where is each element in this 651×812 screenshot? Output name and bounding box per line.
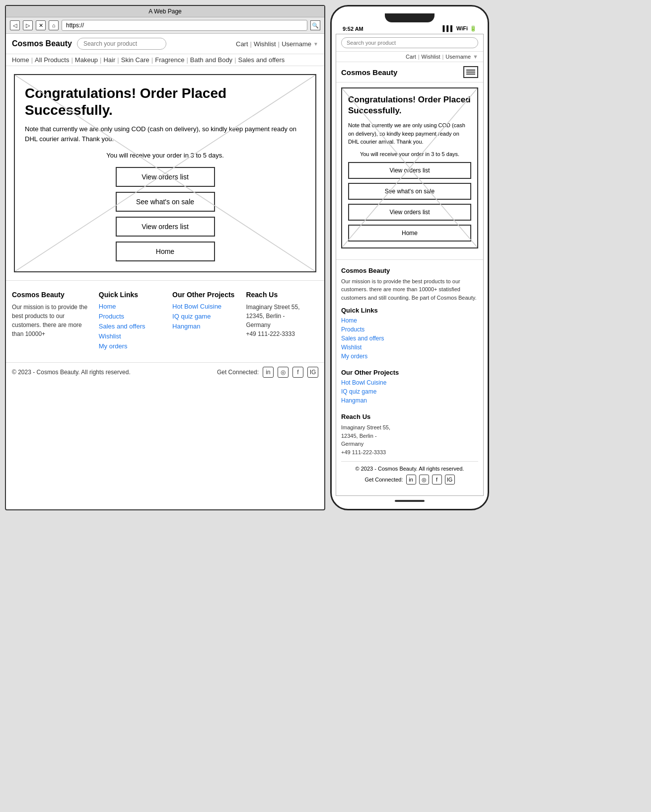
mobile-footer-products[interactable]: Products xyxy=(341,326,478,333)
footer-link-orders[interactable]: My orders xyxy=(99,342,164,350)
site-search-input[interactable] xyxy=(77,38,166,50)
main-content: Congratulations! Order Placed Successful… xyxy=(6,66,324,280)
mobile-footer-projects-title: Our Other Projects xyxy=(341,369,478,376)
mobile-github-icon[interactable]: ◎ xyxy=(419,475,429,485)
mobile-get-connected: Get Connected: xyxy=(364,477,403,483)
site-header-links: Cart | Wishlist | Username ▼ xyxy=(236,40,318,48)
mobile-order-box: Congratulations! Order Placed Successful… xyxy=(341,87,478,248)
nav-hair[interactable]: Hair xyxy=(103,56,115,64)
nav-home[interactable]: Home xyxy=(12,56,29,64)
order-success-box: Congratulations! Order Placed Successful… xyxy=(14,74,316,272)
mobile-dropdown-icon[interactable]: ▼ xyxy=(473,54,478,60)
home-btn[interactable]: Home xyxy=(116,242,215,261)
mobile-view-orders-btn-2[interactable]: View orders list xyxy=(348,204,471,221)
mobile-copyright: © 2023 - Cosmos Beauty. All rights reser… xyxy=(346,466,473,472)
order-note: Note that currently we are only using CO… xyxy=(25,124,305,144)
footer-bottom: © 2023 - Cosmos Beauty. All rights reser… xyxy=(6,362,324,382)
hamburger-menu[interactable] xyxy=(463,66,478,78)
nav-bath-body[interactable]: Bath and Body xyxy=(190,56,232,64)
site-footer: Cosmos Beauty Our mission is to provide … xyxy=(6,280,324,362)
footer-copyright: © 2023 - Cosmos Beauty. All rights reser… xyxy=(12,369,131,376)
mobile-instagram-icon[interactable]: IG xyxy=(445,475,455,485)
cart-link[interactable]: Cart xyxy=(236,40,248,48)
mobile-footer-bottom: © 2023 - Cosmos Beauty. All rights reser… xyxy=(341,461,478,488)
order-title: Congratulations! Order Placed Successful… xyxy=(25,85,305,118)
browser-toolbar: ◁ ▷ ✕ ⌂ 🔍 xyxy=(6,17,324,34)
mobile-footer-wishlist[interactable]: Wishlist xyxy=(341,344,478,351)
mobile-footer-sales[interactable]: Sales and offers xyxy=(341,335,478,342)
mobile-phone: 9:52 AM ▌▌▌ WiFi 🔋 Cart | Wishlist | Use… xyxy=(330,5,489,510)
mobile-footer-iqquiz[interactable]: IQ quiz game xyxy=(341,388,478,395)
footer-projects-col: Our Other Projects Hot Bowl Cuisine IQ q… xyxy=(172,291,238,352)
mobile-footer-home[interactable]: Home xyxy=(341,317,478,324)
username-link[interactable]: Username xyxy=(282,40,311,48)
site-nav: Home | All Products | Makeup | Hair | Sk… xyxy=(6,54,324,66)
mobile-header-links: Cart | Wishlist | Username ▼ xyxy=(336,52,483,62)
mobile-footer-address: Imaginary Street 55,12345, Berlin -Germa… xyxy=(341,423,478,456)
see-sale-btn[interactable]: See what's on sale xyxy=(116,192,215,212)
phone-notch xyxy=(385,13,434,22)
mobile-social-icons: Get Connected: in ◎ f IG xyxy=(346,475,473,485)
order-buttons: View orders list See what's on sale View… xyxy=(25,167,305,261)
mobile-linkedin-icon[interactable]: in xyxy=(406,475,416,485)
close-button[interactable]: ✕ xyxy=(36,20,46,30)
mobile-footer: Cosmos Beauty Our mission is to provide … xyxy=(336,259,483,496)
footer-brand-title: Cosmos Beauty xyxy=(12,291,91,299)
browser-titlebar: A Web Page xyxy=(6,6,324,17)
url-bar[interactable] xyxy=(62,20,307,31)
footer-brand-desc: Our mission is to provide the best produ… xyxy=(12,303,91,338)
footer-link-sales[interactable]: Sales and offers xyxy=(99,323,164,330)
mobile-view-orders-btn-1[interactable]: View orders list xyxy=(348,162,471,179)
forward-button[interactable]: ▷ xyxy=(23,20,33,30)
mobile-facebook-icon[interactable]: f xyxy=(432,475,442,485)
mobile-search-input[interactable] xyxy=(341,37,478,48)
footer-link-hangman[interactable]: Hangman xyxy=(172,323,238,330)
view-orders-btn-2[interactable]: View orders list xyxy=(116,217,215,237)
github-icon[interactable]: ◎ xyxy=(278,367,289,378)
mobile-footer-brand-title: Cosmos Beauty xyxy=(341,267,478,274)
mobile-see-sale-btn[interactable]: See what's on sale xyxy=(348,183,471,200)
footer-quicklinks-title: Quick Links xyxy=(99,291,164,299)
order-delivery: You will receive your order in 3 to 5 da… xyxy=(25,152,305,159)
mobile-order-buttons: View orders list See what's on sale View… xyxy=(348,162,471,242)
phone-time: 9:52 AM xyxy=(343,26,363,32)
mobile-header xyxy=(336,34,483,52)
facebook-icon[interactable]: f xyxy=(292,367,303,378)
mobile-footer-orders[interactable]: My orders xyxy=(341,353,478,360)
mobile-wishlist-link[interactable]: Wishlist xyxy=(422,54,440,60)
back-button[interactable]: ◁ xyxy=(10,20,20,30)
mobile-main: Congratulations! Order Placed Successful… xyxy=(336,82,483,259)
mobile-logo-row: Cosmos Beauty xyxy=(336,62,483,82)
linkedin-icon[interactable]: in xyxy=(263,367,274,378)
mobile-order-title: Congratulations! Order Placed Successful… xyxy=(348,94,471,116)
footer-link-iqquiz[interactable]: IQ quiz game xyxy=(172,313,238,320)
username-dropdown-icon[interactable]: ▼ xyxy=(313,41,318,47)
mobile-cart-link[interactable]: Cart xyxy=(406,54,416,60)
instagram-icon[interactable]: IG xyxy=(307,367,318,378)
browser-search-icon[interactable]: 🔍 xyxy=(310,20,320,30)
nav-makeup[interactable]: Makeup xyxy=(75,56,98,64)
footer-reach-col: Reach Us Imaginary Street 55,12345, Berl… xyxy=(246,291,318,352)
footer-link-wishlist[interactable]: Wishlist xyxy=(99,332,164,340)
mobile-footer-hotbowl[interactable]: Hot Bowl Cuisine xyxy=(341,379,478,386)
home-button[interactable]: ⌂ xyxy=(49,20,59,30)
footer-link-hotbowl[interactable]: Hot Bowl Cuisine xyxy=(172,303,238,310)
get-connected-label: Get Connected: xyxy=(217,369,259,376)
mobile-footer-quicklinks-title: Quick Links xyxy=(341,307,478,314)
nav-all-products[interactable]: All Products xyxy=(35,56,69,64)
social-icons: Get Connected: in ◎ f IG xyxy=(217,367,318,378)
wishlist-link[interactable]: Wishlist xyxy=(254,40,276,48)
nav-sales-offers[interactable]: Sales and offers xyxy=(238,56,285,64)
footer-link-home[interactable]: Home xyxy=(99,303,164,310)
mobile-footer-hangman[interactable]: Hangman xyxy=(341,397,478,404)
mobile-home-btn[interactable]: Home xyxy=(348,225,471,242)
mobile-username-link[interactable]: Username xyxy=(445,54,471,60)
nav-skin-care[interactable]: Skin Care xyxy=(121,56,149,64)
footer-link-products[interactable]: Products xyxy=(99,313,164,320)
mobile-order-note: Note that currently we are only using CO… xyxy=(348,121,471,146)
view-orders-btn-1[interactable]: View orders list xyxy=(116,167,215,187)
footer-projects-title: Our Other Projects xyxy=(172,291,238,299)
nav-fragrence[interactable]: Fragrence xyxy=(155,56,184,64)
mobile-footer-brand-desc: Our mission is to provide the best produ… xyxy=(341,277,478,302)
phone-status-right: ▌▌▌ WiFi 🔋 xyxy=(442,25,477,32)
